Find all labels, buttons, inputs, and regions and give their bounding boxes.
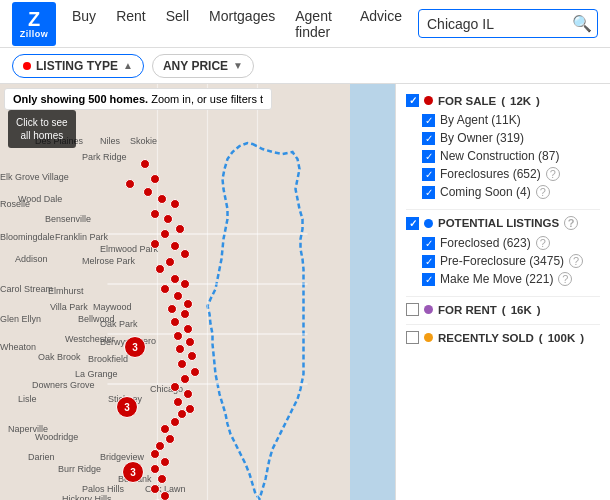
- recently-sold-header: RECENTLY SOLD (100K): [406, 331, 600, 344]
- listing-type-chevron: ▲: [123, 60, 133, 71]
- listing-dot[interactable]: [160, 229, 170, 239]
- listing-dot[interactable]: [180, 374, 190, 384]
- listing-dot[interactable]: [177, 359, 187, 369]
- listing-dot[interactable]: [165, 434, 175, 444]
- listing-dot[interactable]: [165, 257, 175, 267]
- for-sale-section: ✓ FOR SALE (12K) ✓By Agent (11K)✓By Owne…: [406, 94, 600, 201]
- potential-help-icon-1[interactable]: ?: [569, 254, 583, 268]
- listing-dot[interactable]: [150, 239, 160, 249]
- listing-dot[interactable]: [170, 382, 180, 392]
- nav-item-sell[interactable]: Sell: [166, 8, 189, 40]
- listing-dot[interactable]: [175, 224, 185, 234]
- any-price-chevron: ▼: [233, 60, 243, 71]
- listing-dot[interactable]: [175, 344, 185, 354]
- listing-dot[interactable]: [180, 279, 190, 289]
- potential-checkbox-2[interactable]: ✓: [422, 273, 435, 286]
- listing-dot[interactable]: [150, 209, 160, 219]
- potential-checkbox-1[interactable]: ✓: [422, 255, 435, 268]
- nav-item-rent[interactable]: Rent: [116, 8, 146, 40]
- subitem-checkbox-2[interactable]: ✓: [422, 150, 435, 163]
- listing-dot[interactable]: 3: [124, 336, 146, 358]
- listing-dot[interactable]: [173, 397, 183, 407]
- potential-listings-checkbox[interactable]: ✓: [406, 217, 419, 230]
- listing-dot[interactable]: [180, 309, 190, 319]
- recently-sold-count: 100K: [548, 332, 576, 344]
- zillow-logo-text: Zillow: [20, 29, 49, 39]
- nav-item-mortgages[interactable]: Mortgages: [209, 8, 275, 40]
- listing-dot[interactable]: [140, 159, 150, 169]
- for-sale-count-val: 12K: [510, 95, 531, 107]
- listing-dot[interactable]: [160, 457, 170, 467]
- listing-dot[interactable]: [190, 367, 200, 377]
- listing-dot[interactable]: [150, 449, 160, 459]
- any-price-label: ANY PRICE: [163, 59, 228, 73]
- listing-dot[interactable]: [163, 214, 173, 224]
- logo[interactable]: Z Zillow: [12, 2, 56, 46]
- listing-dot[interactable]: [173, 291, 183, 301]
- for-sale-subitem-3: ✓Foreclosures (652)?: [406, 165, 600, 183]
- listing-dot[interactable]: [157, 474, 167, 484]
- listing-dot[interactable]: [160, 284, 170, 294]
- listing-dot[interactable]: 3: [116, 396, 138, 418]
- listing-dot[interactable]: 3: [122, 461, 144, 483]
- subitem-help-icon-4[interactable]: ?: [536, 185, 550, 199]
- listing-dot[interactable]: [173, 331, 183, 341]
- subitem-help-icon-3[interactable]: ?: [546, 167, 560, 181]
- listing-dot[interactable]: [180, 249, 190, 259]
- for-rent-checkbox[interactable]: [406, 303, 419, 316]
- potential-subitem-0: ✓Foreclosed (623)?: [406, 234, 600, 252]
- listing-dot[interactable]: [160, 491, 170, 500]
- listing-dot[interactable]: [143, 187, 153, 197]
- filter-bar: LISTING TYPE ▲ ANY PRICE ▼: [0, 48, 610, 84]
- map-container[interactable]: Des PlainesNilesSkokieElk Grove VillageP…: [0, 84, 610, 500]
- divider-3: [406, 324, 600, 325]
- potential-dot: [424, 219, 433, 228]
- potential-listings-help-icon[interactable]: ?: [564, 216, 578, 230]
- subitem-label-4: Coming Soon (4): [440, 185, 531, 199]
- listing-dot[interactable]: [170, 417, 180, 427]
- listing-dot[interactable]: [150, 484, 160, 494]
- search-bar[interactable]: 🔍: [418, 9, 598, 38]
- for-sale-checkbox[interactable]: ✓: [406, 94, 419, 107]
- listing-dot[interactable]: [170, 199, 180, 209]
- search-button[interactable]: 🔍: [572, 14, 592, 33]
- search-input[interactable]: [427, 16, 572, 32]
- listing-dot[interactable]: [157, 194, 167, 204]
- listing-dot[interactable]: [150, 464, 160, 474]
- listing-dot[interactable]: [155, 264, 165, 274]
- for-sale-count: (: [501, 95, 505, 107]
- subitem-label-0: By Agent (11K): [440, 113, 521, 127]
- potential-checkbox-0[interactable]: ✓: [422, 237, 435, 250]
- nav-item-advice[interactable]: Advice: [360, 8, 402, 40]
- zillow-z-icon: Z: [28, 9, 40, 29]
- listing-dot[interactable]: [170, 241, 180, 251]
- listing-dot[interactable]: [185, 337, 195, 347]
- listing-type-filter[interactable]: LISTING TYPE ▲: [12, 54, 144, 78]
- listing-dot[interactable]: [183, 324, 193, 334]
- listing-dot[interactable]: [170, 317, 180, 327]
- listing-dot[interactable]: [183, 299, 193, 309]
- recently-sold-label: RECENTLY SOLD: [438, 332, 534, 344]
- nav-item-agent-finder[interactable]: Agent finder: [295, 8, 340, 40]
- any-price-filter[interactable]: ANY PRICE ▼: [152, 54, 254, 78]
- subitem-checkbox-3[interactable]: ✓: [422, 168, 435, 181]
- subitem-checkbox-0[interactable]: ✓: [422, 114, 435, 127]
- potential-listings-section: ✓ POTENTIAL LISTINGS ? ✓Foreclosed (623)…: [406, 216, 600, 288]
- listing-dot[interactable]: [150, 174, 160, 184]
- click-to-see-button[interactable]: Click to see all homes: [8, 110, 76, 148]
- listing-type-panel: ✓ FOR SALE (12K) ✓By Agent (11K)✓By Owne…: [395, 84, 610, 500]
- divider-2: [406, 296, 600, 297]
- for-rent-section: FOR RENT (16K): [406, 303, 600, 316]
- potential-help-icon-0[interactable]: ?: [536, 236, 550, 250]
- subitem-checkbox-4[interactable]: ✓: [422, 186, 435, 199]
- potential-help-icon-2[interactable]: ?: [558, 272, 572, 286]
- listing-dot[interactable]: [170, 274, 180, 284]
- listing-dot[interactable]: [183, 389, 193, 399]
- listing-dot[interactable]: [167, 304, 177, 314]
- listing-dot[interactable]: [125, 179, 135, 189]
- recently-sold-checkbox[interactable]: [406, 331, 419, 344]
- nav-item-buy[interactable]: Buy: [72, 8, 96, 40]
- listing-dot[interactable]: [160, 424, 170, 434]
- subitem-checkbox-1[interactable]: ✓: [422, 132, 435, 145]
- listing-dot[interactable]: [187, 351, 197, 361]
